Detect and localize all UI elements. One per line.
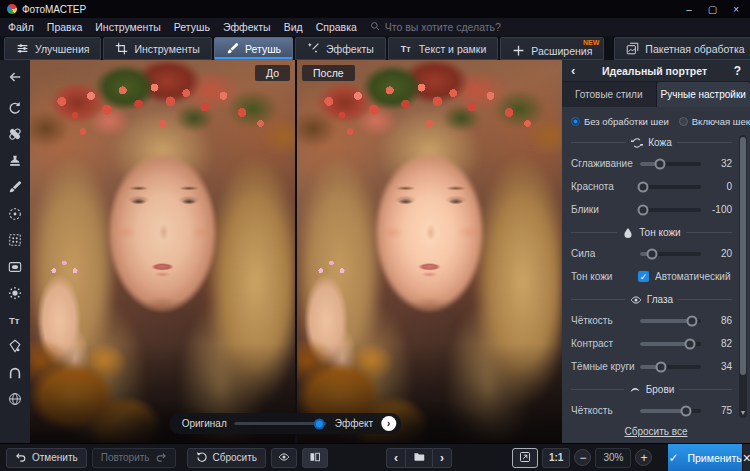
maximize-button[interactable]: ▢ — [708, 4, 717, 15]
apply-button[interactable]: ✓ Применить — [668, 444, 741, 471]
compare-slider: Оригинал Эффект › — [170, 413, 401, 434]
radio-label: Без обработки шеи — [584, 116, 669, 127]
slider-row: Сглаживание32 — [571, 152, 732, 175]
panel-title: Идеальный портрет — [575, 65, 733, 77]
actual-size-button[interactable]: 1:1 — [542, 448, 570, 468]
tab-0[interactable]: Улучшения — [4, 37, 101, 60]
slider-track[interactable] — [640, 208, 701, 212]
menu-item-2[interactable]: Инструменты — [95, 21, 160, 33]
quick-search[interactable]: Что вы хотите сделать? — [370, 21, 501, 33]
slider-label: Тёмные круги — [571, 361, 638, 372]
search-icon — [370, 21, 380, 33]
tab-4[interactable]: TтТекст и рамки — [388, 37, 499, 60]
slider-track[interactable] — [640, 252, 701, 256]
slider-track[interactable] — [640, 365, 701, 369]
zoom-level[interactable]: 30% — [595, 448, 631, 468]
toolbar-radial-filter-button[interactable] — [4, 204, 26, 224]
toolbar-brush-button[interactable] — [4, 177, 26, 197]
reset-all-link[interactable]: Сбросить все — [562, 422, 750, 443]
open-folder-button[interactable] — [405, 448, 432, 468]
slider-track[interactable] — [640, 319, 701, 323]
compare-track[interactable] — [235, 422, 327, 425]
panel-scrollbar[interactable]: ▼ — [739, 135, 747, 418]
bottombar: Отменить Повторить Сбросить ‹ › 1:1 — [0, 443, 750, 471]
radio-icon — [571, 117, 580, 126]
menu-item-6[interactable]: Справка — [316, 21, 357, 33]
divider-line — [571, 142, 626, 143]
toolbar-sun-button[interactable] — [4, 283, 26, 303]
panel-tab-0[interactable]: Готовые стили — [562, 82, 657, 107]
before-label: До — [255, 65, 290, 81]
compare-expand-button[interactable]: › — [381, 416, 396, 431]
tab-5[interactable]: РасширенияNEW — [500, 37, 604, 60]
toolbar-curl-button[interactable] — [4, 363, 26, 383]
toolbar-gem-button[interactable] — [4, 336, 26, 356]
toolbar-texture-button[interactable] — [4, 230, 26, 250]
tab-1[interactable]: Инструменты — [103, 37, 211, 60]
minimize-button[interactable]: – — [686, 4, 692, 15]
texture-icon — [8, 233, 22, 247]
tab-3[interactable]: Эффекты — [295, 37, 386, 60]
section-header-0: Кожа — [571, 133, 732, 152]
toolbar-text-button[interactable]: Tт — [4, 310, 26, 330]
slider-thumb[interactable] — [638, 181, 649, 192]
neck-option-1[interactable]: Включая шеюNEW — [679, 116, 750, 127]
settings-sections: ▼ КожаСглаживание32Краснота0Блики-100Тон… — [562, 131, 750, 422]
slider-track[interactable] — [640, 409, 701, 413]
slider-label: Контраст — [571, 338, 638, 349]
tab-6[interactable]: Пакетная обработка — [614, 37, 750, 60]
close-button[interactable]: × — [733, 4, 739, 15]
cancel-button[interactable]: × Отмена — [742, 444, 750, 471]
redo-button[interactable]: Повторить — [92, 448, 176, 468]
slider-row: Сила20 — [571, 242, 732, 265]
slider-thumb[interactable] — [687, 315, 698, 326]
tab-2[interactable]: Ретушь — [214, 37, 293, 60]
slider-thumb[interactable] — [685, 338, 696, 349]
toolbar-back-arrow-button[interactable] — [4, 67, 26, 87]
prev-photo-button[interactable]: ‹ — [386, 448, 405, 468]
face-3d-icon — [8, 392, 22, 406]
menu-item-1[interactable]: Правка — [47, 21, 82, 33]
toolbar-rotate-button[interactable] — [4, 98, 26, 118]
zoom-out-button[interactable]: − — [574, 449, 591, 466]
split-view-button[interactable] — [302, 448, 328, 468]
slider-row: Тёмные круги34 — [571, 355, 732, 378]
toolbar-vignette-button[interactable] — [4, 257, 26, 277]
menu-item-5[interactable]: Вид — [284, 21, 303, 33]
slider-thumb[interactable] — [655, 361, 666, 372]
back-arrow-icon — [8, 70, 22, 84]
slider-value: -100 — [706, 204, 732, 215]
toolbar-stamp-button[interactable] — [4, 151, 26, 171]
show-original-button[interactable] — [271, 448, 297, 468]
slider-value: 86 — [706, 315, 732, 326]
panel-help-button[interactable]: ? — [734, 64, 741, 78]
slider-track[interactable] — [640, 162, 701, 166]
slider-value: 82 — [706, 338, 732, 349]
slider-track[interactable] — [640, 185, 701, 189]
undo-button[interactable]: Отменить — [6, 448, 87, 468]
reset-button[interactable]: Сбросить — [187, 448, 266, 468]
undo-icon — [15, 451, 27, 465]
menu-item-3[interactable]: Ретушь — [174, 21, 210, 33]
fit-screen-button[interactable] — [512, 448, 538, 468]
divider-line — [571, 299, 625, 300]
zoom-controls: 1:1 − 30% + — [512, 448, 656, 468]
neck-option-0[interactable]: Без обработки шеи — [571, 116, 669, 127]
panel-tab-1[interactable]: Ручные настройки — [657, 82, 750, 107]
menu-item-4[interactable]: Эффекты — [223, 21, 271, 33]
scroll-down-icon[interactable]: ▼ — [739, 409, 747, 417]
zoom-in-button[interactable]: + — [635, 449, 652, 466]
slider-thumb[interactable] — [654, 158, 665, 169]
scrollbar-thumb[interactable] — [740, 137, 746, 375]
next-photo-button[interactable]: › — [432, 448, 452, 468]
slider-thumb[interactable] — [680, 405, 691, 416]
slider-track[interactable] — [640, 342, 701, 346]
slider-thumb[interactable] — [638, 204, 649, 215]
slider-thumb[interactable] — [647, 248, 658, 259]
toolbar-healing-button[interactable] — [4, 124, 26, 144]
toolbar-face-3d-button[interactable] — [4, 389, 26, 409]
batch-icon — [626, 42, 639, 55]
compare-thumb[interactable] — [314, 418, 325, 429]
menu-item-0[interactable]: Файл — [8, 21, 34, 33]
checkbox-checked-icon[interactable]: ✓ — [638, 271, 649, 282]
